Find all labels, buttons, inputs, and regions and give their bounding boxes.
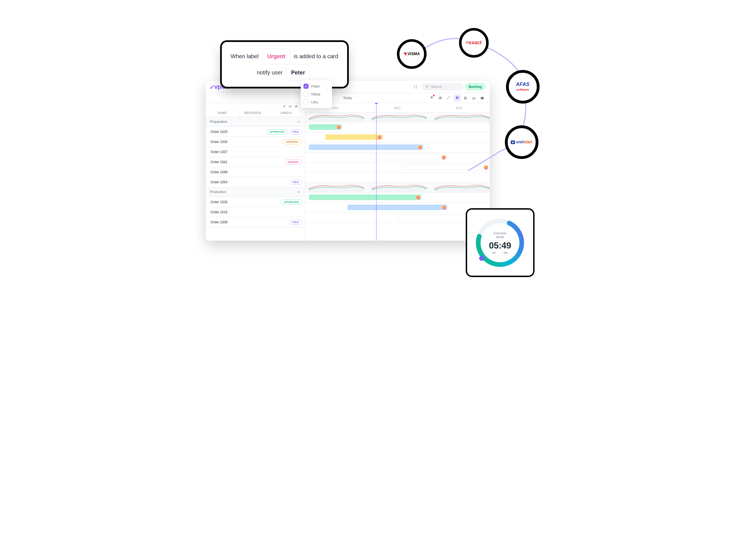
avatar [336,125,341,130]
rule-label-chip[interactable]: Urgent [262,48,290,64]
dropdown-item[interactable]: Nikita [303,90,330,98]
order-name: Order 1037 [206,150,239,154]
table-row[interactable]: Order 1048 [206,167,305,177]
order-name: Order 1016 [206,210,239,214]
label-pill: APPROVED [266,129,288,134]
hidden-icon[interactable] [294,105,298,108]
gantt-row [305,203,490,213]
table-row[interactable]: Order 1026 APPROVED [206,197,305,207]
order-name: Order 1009 [206,220,239,224]
table-row[interactable]: Order 1054 PRIO [206,177,305,187]
group-header[interactable]: Production [206,187,305,197]
gantt-row [305,193,490,203]
integration-snelstart: ★ snelstart [505,125,539,159]
avatar [415,195,421,200]
order-name: Order 1054 [206,180,239,184]
today-label[interactable]: Today [343,96,352,100]
label-pill: URGENT [284,160,302,165]
label-pill: PRIO [289,220,302,225]
timer-widget: Estimate 08:00 05:49 HHMM [466,208,535,277]
checkbox-icon[interactable] [304,100,309,104]
order-name: Order 1026 [206,200,239,204]
edit-icon[interactable] [283,105,286,108]
gantt-bar[interactable] [309,124,342,130]
dropdown-item[interactable]: Peter [303,82,330,90]
dropdown-label: Peter [311,84,320,88]
label-pill: APPROVED [281,199,302,204]
order-name: Order 1048 [206,170,239,174]
timer-value: 05:49 [489,241,511,251]
table-row[interactable]: Order 1034 CONTROL [206,137,305,147]
svg-point-16 [289,106,290,107]
label-pill: CONTROL [283,139,302,144]
order-name: Order 1041 [206,160,239,164]
timer-est-label: Estimate [494,231,507,235]
checkbox-icon[interactable] [304,91,309,96]
table-row[interactable]: Order 1016 [206,207,305,217]
table-row[interactable]: Order 1029 APPROVEDPRIO [206,127,305,137]
rule-user-chip[interactable]: Peter [286,64,310,81]
integration-visma: ◥ VISMA [397,39,427,69]
order-name: Order 1034 [206,140,239,144]
group-header[interactable]: Preparation [206,117,305,127]
checkbox-icon[interactable] [304,84,309,89]
avatar [377,135,382,140]
order-name: Order 1029 [206,130,239,134]
table-row[interactable]: Order 1041 URGENT [206,157,305,167]
gantt-bar[interactable] [347,204,447,210]
user-dropdown[interactable]: Peter Nikita Lika [301,80,332,108]
visible-icon[interactable] [288,105,292,108]
left-panel: NAME RESOURCE LABELS Preparation Order 1… [206,103,305,241]
dropdown-label: Lika [311,100,318,104]
gantt-row [305,213,490,223]
table-row[interactable]: Order 1009 PRIO [206,217,305,227]
dropdown-label: Nikita [311,92,320,96]
column-headers: NAME RESOURCE LABELS [206,109,305,117]
avatar [442,205,447,210]
chevron-down-icon [297,190,300,194]
integration-orbit: ◥ VISMA =exact AFASsoftware ★ snelstart [389,25,545,171]
gantt-bar[interactable] [325,134,383,140]
label-pill: PRIO [289,129,302,134]
integration-afas: AFASsoftware [506,70,540,104]
integration-exact: =exact [459,28,489,58]
gantt-group [305,183,490,193]
table-row[interactable]: Order 1037 [206,147,305,157]
dropdown-item[interactable]: Lika [303,98,330,106]
gantt-row [305,173,490,183]
chevron-down-icon [297,120,300,123]
label-pill: PRIO [289,180,302,185]
timer-est-value: 08:00 [496,235,504,239]
gantt-bar[interactable] [309,195,422,200]
